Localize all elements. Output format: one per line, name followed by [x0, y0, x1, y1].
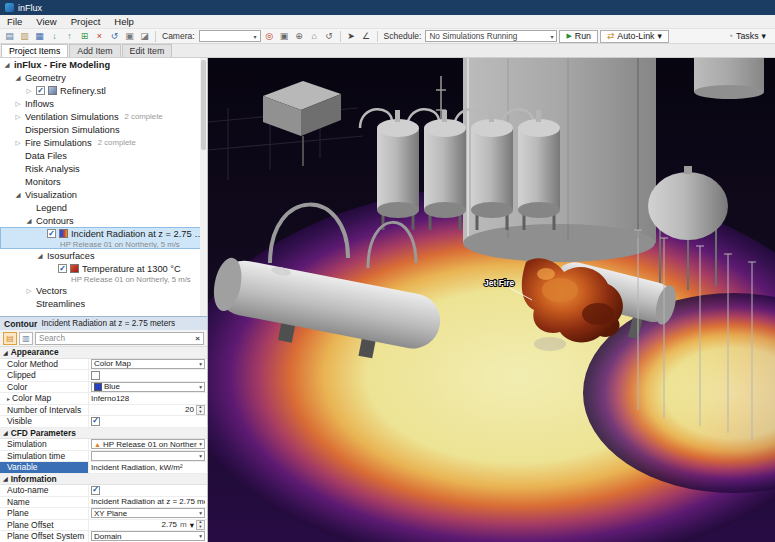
property-row: Clipped	[0, 370, 207, 382]
property-select[interactable]: ▲HP Release 01 on Northerl...▾	[91, 439, 205, 449]
expand-arrow-icon[interactable]: ◢	[14, 191, 22, 199]
rotate-view-icon[interactable]: ↺	[323, 30, 336, 43]
scrollbar-thumb[interactable]	[201, 60, 206, 150]
settings-icon[interactable]: ◪	[138, 30, 151, 43]
tree-item[interactable]: ◢Isosurfaces	[0, 249, 207, 262]
auto-link-button[interactable]: ⇄Auto-Link▾	[600, 30, 669, 43]
schedule-select-value: No Simulations Running	[429, 32, 517, 41]
property-checkbox[interactable]	[91, 486, 100, 495]
property-search-input[interactable]: Search ×	[35, 332, 204, 345]
tree-checkbox[interactable]	[58, 264, 67, 273]
tree-item[interactable]: ▷Vectors	[0, 284, 207, 297]
tree-item[interactable]: ▷Ventilation Simulations2 complete	[0, 110, 207, 123]
tree-item[interactable]: ◢Geometry	[0, 71, 207, 84]
tree-item[interactable]: Risk Analysis	[0, 162, 207, 175]
zoom-fit-icon[interactable]: ⊕	[293, 30, 306, 43]
chevron-down-icon[interactable]: ▾	[190, 520, 194, 530]
property-spinner-value[interactable]: 20	[91, 405, 194, 414]
property-row: Simulation time▾	[0, 451, 207, 463]
tree-item[interactable]: Data Files	[0, 149, 207, 162]
property-select[interactable]: Blue▾	[91, 382, 205, 392]
property-value-text[interactable]: Inferno128	[91, 394, 129, 403]
property-select[interactable]: ▾	[91, 451, 205, 461]
tree-item[interactable]: ▷Refinery.stl	[0, 84, 207, 97]
tree-scrollbar[interactable]	[200, 58, 207, 316]
panel-tabs: Project ItemsAdd ItemEdit Item	[0, 44, 775, 58]
tree-item[interactable]: Temperature at 1300 °CHP Release 01 on N…	[0, 262, 207, 284]
property-value-text[interactable]: Incident Radiation, kW/m²	[91, 463, 183, 472]
copy-icon[interactable]: ▣	[123, 30, 136, 43]
menu-project[interactable]: Project	[64, 15, 108, 28]
tree-item[interactable]: ◢Contours	[0, 214, 207, 227]
tree-item[interactable]: ◢inFlux - Fire Modeling	[0, 58, 207, 71]
tab-add-item[interactable]: Add Item	[69, 44, 120, 57]
spin-down-icon[interactable]: ▾	[199, 525, 201, 530]
property-group-header[interactable]: ◢Information	[0, 474, 207, 486]
save-icon[interactable]: ▦	[33, 30, 46, 43]
home-view-icon[interactable]: ⌂	[308, 30, 321, 43]
property-checkbox[interactable]	[91, 371, 100, 380]
expand-arrow-icon[interactable]: ▷	[14, 113, 22, 121]
smoke-puff	[534, 337, 566, 351]
categorize-button[interactable]: ▤	[3, 332, 17, 345]
run-button[interactable]: ▶Run	[559, 30, 598, 43]
sort-button[interactable]: ▥	[19, 332, 33, 345]
property-checkbox[interactable]	[91, 417, 100, 426]
expand-arrow-icon[interactable]: ▷	[14, 100, 22, 108]
clear-search-icon[interactable]: ×	[195, 334, 200, 343]
tree-item[interactable]: ◢Visualization	[0, 188, 207, 201]
add-item-icon[interactable]: ⊞	[78, 30, 91, 43]
tree-item[interactable]: ▷Fire Simulations2 complete	[0, 136, 207, 149]
property-group-header[interactable]: ◢Appearance	[0, 347, 207, 359]
pointer-icon[interactable]: ➤	[345, 30, 358, 43]
camera-select[interactable]: ▾	[199, 30, 261, 42]
delete-item-icon[interactable]: ×	[93, 30, 106, 43]
tree-item[interactable]: Monitors	[0, 175, 207, 188]
expand-arrow-icon[interactable]: ◢	[14, 74, 22, 82]
property-select[interactable]: XY Plane▾	[91, 508, 205, 518]
expand-arrow-icon[interactable]: ▷	[25, 87, 33, 95]
tree-item[interactable]: ▷Inflows	[0, 97, 207, 110]
measure-icon[interactable]: ∠	[360, 30, 373, 43]
expand-arrow-icon[interactable]: ▷	[25, 287, 33, 295]
spinner-buttons[interactable]: ▴▾	[196, 520, 205, 530]
menu-file[interactable]: File	[0, 15, 29, 28]
menu-view[interactable]: View	[29, 15, 63, 28]
export-icon[interactable]: ↑	[63, 30, 76, 43]
expand-arrow-icon[interactable]: ◢	[36, 252, 44, 260]
new-project-icon[interactable]: ▤	[3, 30, 16, 43]
tree-item[interactable]: Dispersion Simulations	[0, 123, 207, 136]
expand-arrow-icon[interactable]: ▷	[14, 139, 22, 147]
target-icon[interactable]: ◎	[263, 30, 276, 43]
tree-item[interactable]: Legend	[0, 201, 207, 214]
tab-edit-item[interactable]: Edit Item	[122, 44, 173, 57]
tree-checkbox[interactable]	[36, 86, 45, 95]
property-select[interactable]: Color Map▾	[91, 359, 205, 369]
property-spinner-value[interactable]: 2.75	[91, 520, 177, 529]
tree-label: Data Files	[25, 151, 67, 161]
property-value-text[interactable]: Incident Radiation at z = 2.75 meters	[91, 497, 205, 506]
expand-icon[interactable]: ▸	[7, 395, 10, 402]
snapshot-icon[interactable]: ▣	[278, 30, 291, 43]
schedule-select[interactable]: No Simulations Running▾	[425, 30, 557, 42]
property-select[interactable]: Domain▾	[91, 531, 205, 541]
tree-item[interactable]: Incident Radiation at z = 2.75 metersHP …	[0, 227, 207, 249]
left-panel: ◢inFlux - Fire Modeling◢Geometry▷Refiner…	[0, 58, 208, 542]
property-group-header[interactable]: ◢CFD Parameters	[0, 428, 207, 440]
refresh-icon[interactable]: ↺	[108, 30, 121, 43]
import-icon[interactable]: ↓	[48, 30, 61, 43]
open-project-icon[interactable]: ▥	[18, 30, 31, 43]
tree-item[interactable]: Streamlines	[0, 297, 207, 310]
tasks-button[interactable]: ◔Tasks▾	[722, 30, 772, 43]
expand-arrow-icon[interactable]: ◢	[3, 61, 11, 69]
toolbar: ▤▥▦↓↑⊞×↺▣◪Camera:▾◎▣⊕⌂↺➤∠Schedule:No Sim…	[0, 29, 775, 44]
3d-viewport[interactable]: Jet Fire	[208, 58, 775, 542]
property-row: Simulation▲HP Release 01 on Northerl...▾	[0, 439, 207, 451]
tab-project-items[interactable]: Project Items	[1, 44, 68, 57]
expand-arrow-icon[interactable]: ◢	[25, 217, 33, 225]
menu-help[interactable]: Help	[107, 15, 141, 28]
spin-down-icon[interactable]: ▾	[199, 410, 201, 415]
spinner-buttons[interactable]: ▴▾	[196, 405, 205, 415]
properties-panel: Contour Incident Radiation at z = 2.75 m…	[0, 316, 207, 542]
tree-checkbox[interactable]	[47, 229, 56, 238]
